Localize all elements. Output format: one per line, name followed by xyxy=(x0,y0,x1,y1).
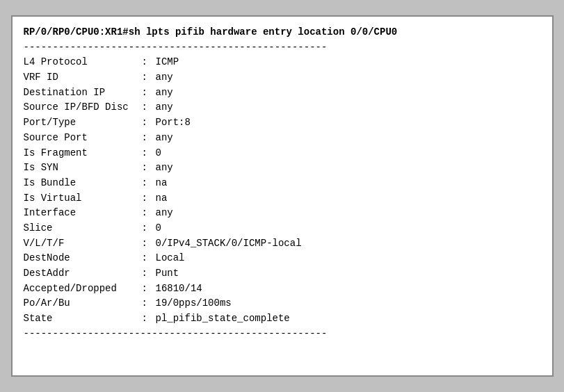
table-row: Is SYN : any xyxy=(24,161,541,176)
entry-separator: : xyxy=(142,221,156,236)
entry-key: State xyxy=(24,311,142,327)
entry-key: Po/Ar/Bu xyxy=(24,296,142,311)
table-row: DestNode : Local xyxy=(24,251,541,266)
entry-separator: : xyxy=(142,131,156,146)
entry-value: 16810/14 xyxy=(156,281,541,297)
entry-value: 0 xyxy=(156,221,541,236)
entry-separator: : xyxy=(142,206,156,221)
entry-separator: : xyxy=(142,311,156,327)
table-row: Accepted/Dropped : 16810/14 xyxy=(24,281,541,297)
entry-separator: : xyxy=(142,161,156,176)
entry-separator: : xyxy=(142,176,156,191)
entry-value: 0/IPv4_STACK/0/ICMP-local xyxy=(156,236,541,252)
entry-value: na xyxy=(156,191,541,206)
entry-key: V/L/T/F xyxy=(24,236,142,252)
entry-separator: : xyxy=(142,55,156,70)
entry-separator: : xyxy=(142,281,156,297)
table-row: Is Bundle : na xyxy=(24,176,541,191)
entry-key: VRF ID xyxy=(24,70,142,85)
table-row: Po/Ar/Bu : 19/0pps/100ms xyxy=(24,296,541,311)
entry-key: Source IP/BFD Disc xyxy=(24,100,142,115)
entry-separator: : xyxy=(142,236,156,252)
table-row: L4 Protocol : ICMP xyxy=(24,55,541,70)
entry-value: pl_pifib_state_complete xyxy=(156,311,541,327)
table-row: Port/Type : Port:8 xyxy=(24,115,541,131)
entry-separator: : xyxy=(142,191,156,206)
entry-separator: : xyxy=(142,115,156,131)
divider-bottom: ----------------------------------------… xyxy=(24,327,541,342)
entry-separator: : xyxy=(142,85,156,101)
entry-key: Slice xyxy=(24,221,142,236)
entry-separator: : xyxy=(142,296,156,311)
entry-separator: : xyxy=(142,146,156,161)
entry-value: Local xyxy=(156,251,541,266)
entry-separator: : xyxy=(142,100,156,115)
entry-value: 19/0pps/100ms xyxy=(156,296,541,311)
entry-value: any xyxy=(156,131,541,146)
table-row: V/L/T/F : 0/IPv4_STACK/0/ICMP-local xyxy=(24,236,541,252)
entry-key: Is SYN xyxy=(24,161,142,176)
table-row: Interface : any xyxy=(24,206,541,221)
entry-key: L4 Protocol xyxy=(24,55,142,70)
entry-key: DestNode xyxy=(24,251,142,266)
command-line: RP/0/RP0/CPU0:XR1#sh lpts pifib hardware… xyxy=(24,25,541,40)
entry-value: na xyxy=(156,176,541,191)
entry-key: Accepted/Dropped xyxy=(24,281,142,297)
entry-key: Destination IP xyxy=(24,85,142,101)
entry-value: any xyxy=(156,70,541,85)
divider-top: ----------------------------------------… xyxy=(24,40,541,56)
entry-value: any xyxy=(156,85,541,101)
table-row: DestAddr : Punt xyxy=(24,266,541,281)
entry-key: DestAddr xyxy=(24,266,142,281)
entry-key: Port/Type xyxy=(24,115,142,131)
entry-key: Source Port xyxy=(24,131,142,146)
entry-key: Is Fragment xyxy=(24,146,142,161)
entry-value: any xyxy=(156,206,541,221)
entry-value: Punt xyxy=(156,266,541,281)
entry-separator: : xyxy=(142,70,156,85)
table-row: Is Virtual : na xyxy=(24,191,541,206)
table-row: Source Port : any xyxy=(24,131,541,146)
entry-separator: : xyxy=(142,266,156,281)
table-row: Is Fragment : 0 xyxy=(24,146,541,161)
entry-value: ICMP xyxy=(156,55,541,70)
entry-key: Is Virtual xyxy=(24,191,142,206)
entry-separator: : xyxy=(142,251,156,266)
entry-value: 0 xyxy=(156,146,541,161)
table-row: State : pl_pifib_state_complete xyxy=(24,311,541,327)
table-row: VRF ID : any xyxy=(24,70,541,85)
entry-key: Interface xyxy=(24,206,142,221)
entries-container: L4 Protocol : ICMPVRF ID : anyDestinatio… xyxy=(24,55,541,326)
entry-key: Is Bundle xyxy=(24,176,142,191)
table-row: Destination IP : any xyxy=(24,85,541,101)
table-row: Slice : 0 xyxy=(24,221,541,236)
terminal-window: RP/0/RP0/CPU0:XR1#sh lpts pifib hardware… xyxy=(11,15,554,377)
table-row: Source IP/BFD Disc : any xyxy=(24,100,541,115)
entry-value: any xyxy=(156,161,541,176)
entry-value: any xyxy=(156,100,541,115)
entry-value: Port:8 xyxy=(156,115,541,131)
